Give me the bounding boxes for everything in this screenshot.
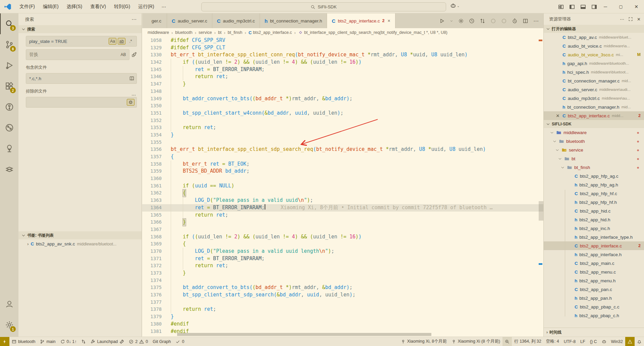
code-line-1371[interactable]: 1371ret = BT_ERROR_INPARAM; bbox=[142, 255, 543, 263]
explorer-close-icon[interactable]: ✕ bbox=[637, 17, 641, 22]
match-case-toggle[interactable]: Aa bbox=[109, 38, 116, 45]
circle-icon[interactable] bbox=[490, 18, 496, 24]
status-pull-request[interactable] bbox=[79, 337, 88, 346]
toggle-sidebar-right-icon[interactable] bbox=[591, 4, 597, 10]
status-platform[interactable]: Win32 bbox=[609, 337, 625, 346]
code-line-1342[interactable]: 1342if ((uuid_len != 2) && (uuid_len != … bbox=[142, 59, 543, 66]
status-alert[interactable] bbox=[625, 337, 635, 346]
status-problems[interactable]: 20 bbox=[126, 337, 150, 346]
breadcrumb-item[interactable]: middleware bbox=[148, 30, 169, 35]
chev-down-icon[interactable] bbox=[450, 19, 453, 22]
split-icon[interactable] bbox=[523, 18, 528, 24]
tree-file-bts2_app_pbap_c.c[interactable]: Cbts2_app_pbap_c.c bbox=[544, 302, 644, 311]
command-center-search[interactable]: SiFli-SDK bbox=[201, 2, 446, 11]
breadcrumb-item[interactable]: service bbox=[199, 30, 212, 35]
open-editor-bt_connection_manager.h[interactable]: hbt_connection_manager.hmid... bbox=[544, 103, 644, 111]
code-line-1379[interactable]: 1379} bbox=[142, 313, 543, 321]
chevron-down-icon[interactable] bbox=[546, 122, 550, 126]
tree-file-bts2_app_menu.c[interactable]: Cbts2_app_menu.c bbox=[544, 268, 644, 276]
editor-horizontal-scrollbar[interactable] bbox=[177, 333, 431, 336]
status-indentation[interactable]: 空格: 4 bbox=[544, 337, 561, 346]
timer-icon[interactable] bbox=[512, 18, 518, 24]
code-line-1347[interactable]: 1347} bbox=[142, 80, 543, 88]
minimize-button[interactable]: ─ bbox=[598, 0, 613, 13]
gear-icon[interactable] bbox=[458, 18, 464, 24]
tree-file-bts2_app_hfp_hf.c[interactable]: Cbts2_app_hfp_hf.c bbox=[544, 189, 644, 198]
chevron-down-icon[interactable] bbox=[552, 139, 557, 143]
open-editor-bts2_app_av.c[interactable]: Cbts2_app_av.cmiddleware\bluet... bbox=[544, 33, 644, 42]
tree-folder-middleware[interactable]: middleware● bbox=[544, 128, 644, 137]
code-line-1345[interactable]: 1345ret = BT_ERROR_INPARAM; bbox=[142, 66, 543, 73]
chevron-down-icon[interactable] bbox=[550, 130, 554, 135]
status-remote-indicator[interactable] bbox=[0, 337, 9, 346]
status-git-branch[interactable]: main bbox=[38, 337, 58, 346]
code-line-1356[interactable]: 1356bt_err_t bt_interface_spp_client_sdp… bbox=[142, 146, 543, 153]
play-icon[interactable] bbox=[439, 18, 445, 24]
activity-account[interactable] bbox=[0, 294, 18, 314]
tab-audio_mp3ctrl.c[interactable]: Caudio_mp3ctrl.c bbox=[212, 13, 260, 28]
tree-file-bts2_app_interface.h[interactable]: hbts2_app_interface.h bbox=[544, 250, 644, 259]
code-line-1354[interactable]: 1354} bbox=[142, 131, 543, 139]
editor-vertical-scrollbar[interactable] bbox=[539, 201, 543, 221]
code-line-1362[interactable]: 1362{ bbox=[142, 189, 543, 197]
chevron-down-icon[interactable] bbox=[558, 157, 562, 161]
toggle-sidebar-left-icon[interactable] bbox=[569, 4, 575, 10]
activity-gitlens[interactable] bbox=[0, 97, 18, 117]
files-exclude-input[interactable]: ⚙ bbox=[26, 97, 137, 108]
code-line-1329[interactable]: 1329#ifdef CFG_SPP_CLT bbox=[142, 44, 543, 52]
chevron-down-icon[interactable] bbox=[560, 165, 565, 170]
status-copilot-status[interactable] bbox=[599, 337, 609, 346]
activity-flow[interactable] bbox=[0, 159, 18, 180]
code-line-1058[interactable]: 1058#ifdef CFG_SPP_SRV bbox=[142, 37, 543, 44]
replace-all-icon[interactable] bbox=[131, 52, 137, 57]
code-line-1365[interactable]: 1365return ret; bbox=[142, 212, 543, 219]
code-line-1380[interactable]: 1380#endif bbox=[142, 321, 543, 328]
code-line-1367[interactable]: 1367 bbox=[142, 226, 543, 233]
close-editor-icon[interactable]: ✕ bbox=[555, 113, 560, 118]
open-editor-audio_bt_voice_3sco.c[interactable]: Caudio_bt_voice_3sco.cmi...M bbox=[544, 50, 644, 59]
history-icon[interactable] bbox=[469, 18, 475, 24]
tree-file-bts2_app_hfp_ag.h[interactable]: hbts2_app_hfp_ag.h bbox=[544, 180, 644, 189]
tree-folder-service[interactable]: service● bbox=[544, 146, 644, 154]
activity-settings[interactable]: 1 bbox=[0, 314, 18, 335]
code-editor[interactable]: 1058#ifdef CFG_SPP_SRV1329#ifdef CFG_SPP… bbox=[142, 37, 543, 337]
search-input[interactable]: play_state = TRUE Aa ab .* bbox=[26, 36, 137, 47]
code-line-1361[interactable]: 1361if (uuid == NULL) bbox=[142, 182, 543, 190]
breadcrumb-item[interactable]: bluetooth bbox=[175, 30, 192, 35]
status-encoding[interactable]: UTF-8 bbox=[561, 337, 578, 346]
activity-git-graph[interactable] bbox=[0, 117, 18, 138]
tab-bts2_app_interface.c[interactable]: Cbts2_app_interface.c2× bbox=[327, 13, 395, 28]
tree-folder-bt[interactable]: bt● bbox=[544, 154, 644, 163]
code-line-1376[interactable]: 1376bt_spp_client_start_sdp_search(&bd_a… bbox=[142, 291, 543, 299]
tree-file-bts2_app_pan.c[interactable]: Cbts2_app_pan.c bbox=[544, 285, 644, 294]
tab-ger.c[interactable]: ger.c bbox=[142, 13, 167, 28]
code-line-1355[interactable]: 1355 bbox=[142, 139, 543, 146]
expand-icon[interactable] bbox=[628, 17, 633, 21]
code-line-1374[interactable]: 1374 bbox=[142, 277, 543, 284]
editor-more-actions[interactable]: ⋯ bbox=[533, 18, 539, 24]
code-line-1357[interactable]: 1357{ bbox=[142, 153, 543, 161]
code-line-1364[interactable]: 1364ret = BT_ERROR_INPARAM;Xiaoming Xi, … bbox=[142, 204, 543, 212]
code-line-1351[interactable]: 1351bt_spp_client_start_w4conn(&bd_addr,… bbox=[142, 110, 543, 117]
code-line-1372[interactable]: 1372return ret; bbox=[142, 262, 543, 270]
tree-file-bts2_app_inc.h[interactable]: hbts2_app_inc.h bbox=[544, 224, 644, 233]
sidebar-more-actions[interactable]: ⋯ bbox=[131, 16, 137, 22]
exclude-settings-gear-icon[interactable]: ⚙ bbox=[127, 99, 135, 106]
code-line-1375[interactable]: 1375bt_addr_convert_to_bts((bd_addr_t *)… bbox=[142, 284, 543, 291]
tree-file-bts2_app_pbap_c.h[interactable]: hbts2_app_pbap_c.h bbox=[544, 311, 644, 320]
code-line-1368[interactable]: 1368if ((uuid_len != 2) && (uuid_len != … bbox=[142, 233, 543, 241]
code-line-1352[interactable]: 1352 bbox=[142, 117, 543, 124]
code-line-1377[interactable]: 1377 bbox=[142, 299, 543, 306]
code-line-1349[interactable]: 1349bt_addr_convert_to_bts((bd_addr_t *)… bbox=[142, 95, 543, 103]
status-blame-author-alt[interactable]: Xiaoming Xi (8 个月前) bbox=[449, 337, 502, 346]
menu-文件[interactable]: 文件(F) bbox=[16, 2, 38, 11]
activity-extensions[interactable]: 2 bbox=[0, 76, 18, 97]
status-checks[interactable]: 0 bbox=[173, 337, 186, 346]
code-line-1369[interactable]: 1369{ bbox=[142, 240, 543, 248]
tree-file-bts2_app_main.c[interactable]: Cbts2_app_main.c bbox=[544, 259, 644, 268]
code-line-1378[interactable]: 1378return ret; bbox=[142, 306, 543, 313]
status-cursor-position[interactable]: 行 1364, 列 32 bbox=[512, 337, 544, 346]
activity-search[interactable]: 3 bbox=[0, 13, 18, 34]
timeline-header[interactable]: 时间线 bbox=[549, 330, 561, 335]
menu-编辑[interactable]: 编辑(E) bbox=[40, 2, 62, 11]
